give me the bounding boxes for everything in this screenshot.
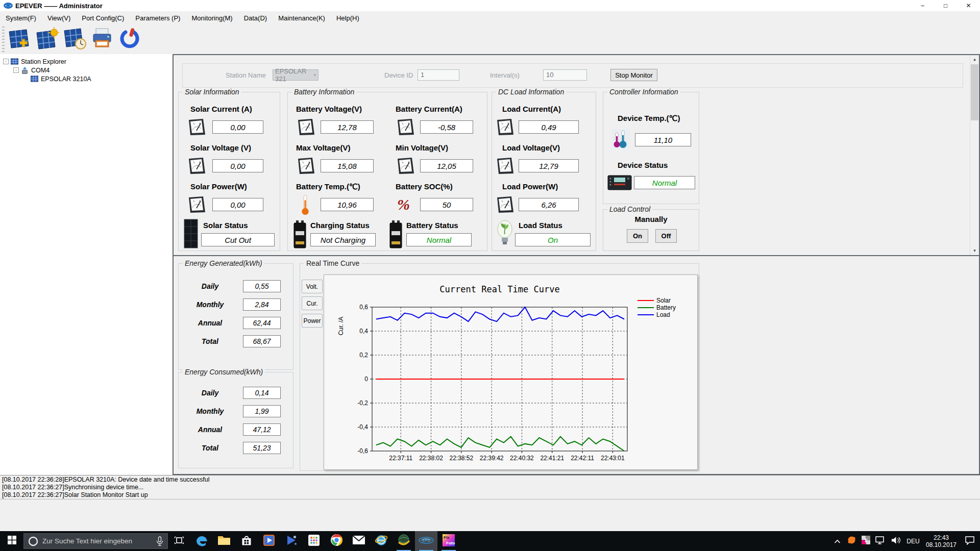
tray-expand-button[interactable] — [830, 531, 844, 551]
mail-taskbar-button[interactable] — [348, 531, 370, 551]
menu-monitoring[interactable]: Monitoring(M) — [186, 11, 238, 24]
interval-label: Interval(s) — [490, 71, 520, 79]
add-station-icon — [7, 27, 32, 52]
telekom-tray-button[interactable]: T — [859, 531, 873, 551]
epever-taskbar-button[interactable]: EPS — [415, 531, 437, 551]
min-voltage-value: 12,05 — [420, 159, 473, 172]
tree-item-com4[interactable]: - COM4 — [13, 66, 50, 74]
tree-item-epsolar-3210a[interactable]: EPSOLAR 3210A — [31, 74, 91, 83]
controller-information-panel: Controller Information Device Temp.(℃) 1… — [603, 92, 699, 204]
device-temp-value: 11,10 — [635, 133, 691, 146]
battery-information-panel: Battery Information Battery Voltage(V) 1… — [287, 92, 487, 251]
load-on-button[interactable]: On — [627, 229, 648, 243]
daily-value: 0,14 — [243, 387, 281, 399]
station-monitor-button[interactable] — [34, 27, 60, 52]
meter-icon — [397, 157, 415, 175]
energy-generated-title: Energy Generated(kWh) — [183, 259, 264, 267]
controller-device-icon — [607, 175, 632, 192]
solar-panel-status-icon — [184, 219, 198, 251]
menu-view[interactable]: View(V) — [42, 11, 76, 24]
network-tray-button[interactable] — [873, 531, 888, 551]
close-button[interactable]: ✕ — [957, 0, 980, 11]
energy-consumed-panel: Energy Consumed(kWh) Daily 0,14 Monthly … — [178, 372, 293, 468]
monthly-value: 2,84 — [243, 298, 281, 311]
language-indicator[interactable]: DEU — [903, 531, 923, 551]
tab-cur[interactable]: Cur. — [302, 296, 323, 310]
task-view-button[interactable] — [168, 531, 190, 551]
taskbar: Zur Suche Text hier eingeben EPS FixFoto… — [0, 531, 980, 551]
menu-data[interactable]: Data(D) — [238, 11, 273, 24]
tree-item-station-explorer[interactable]: - Station Explorer — [3, 57, 66, 66]
tray-expand-icon — [834, 537, 841, 546]
internet-explorer-taskbar-button[interactable] — [370, 531, 393, 551]
battery-temp-value: 10,96 — [321, 198, 374, 211]
menu-help[interactable]: Help(H) — [331, 11, 365, 24]
total-value: 68,67 — [243, 335, 281, 347]
solar-voltage-label: Solar Voltage (V) — [190, 143, 251, 152]
vertical-scrollbar[interactable]: ▲ ▼ — [970, 55, 979, 255]
stop-monitor-button[interactable]: Stop Monitor — [610, 69, 657, 81]
toolbar-drag-handle[interactable] — [2, 27, 5, 52]
scrollbar-thumb[interactable] — [971, 64, 978, 120]
store-taskbar-button[interactable] — [235, 531, 258, 551]
menu-parameters[interactable]: Parameters (P) — [130, 11, 186, 24]
solar-panel-title: Solar Information — [183, 88, 241, 96]
battery-soc-label: Battery SOC(%) — [396, 182, 453, 191]
device-temp-label: Device Temp.(℃) — [618, 114, 680, 123]
action-center-button[interactable] — [960, 531, 980, 551]
meter-icon — [496, 157, 514, 175]
interval-input[interactable]: 10 — [543, 69, 587, 81]
daily-label: Daily — [186, 282, 234, 290]
exit-button[interactable] — [117, 27, 142, 52]
edge-taskbar-button[interactable] — [190, 531, 213, 551]
collapse-icon[interactable]: - — [3, 59, 9, 64]
print-button[interactable] — [89, 27, 115, 52]
clock-date: 08.10.2017 — [926, 541, 957, 548]
file-explorer-taskbar-button[interactable] — [213, 531, 235, 551]
globe-app-taskbar-button[interactable] — [393, 531, 415, 551]
menu-system[interactable]: System(F) — [0, 11, 42, 24]
add-station-button[interactable] — [7, 27, 32, 52]
load-off-button[interactable]: Off — [655, 229, 677, 243]
search-input[interactable]: Zur Suche Text hier eingeben — [23, 533, 168, 549]
energy-consumed-title: Energy Consumed(kWh) — [183, 368, 265, 376]
max-voltage-value: 15,08 — [321, 159, 374, 172]
battery-status-value: Normal — [406, 233, 472, 246]
minimize-button[interactable]: – — [911, 0, 934, 11]
clock[interactable]: 22:43 08.10.2017 — [923, 531, 960, 551]
load-voltage-label: Load Voltage(V) — [502, 143, 560, 152]
fixfoto-taskbar-button[interactable]: FixFoto — [437, 531, 460, 551]
load-control-title: Load Control — [607, 205, 652, 213]
maximize-button[interactable]: □ — [934, 0, 957, 11]
station-schedule-button[interactable] — [62, 27, 87, 52]
tab-volt[interactable]: Volt. — [302, 280, 323, 293]
tab-power[interactable]: Power — [302, 314, 323, 328]
scroll-down-icon[interactable]: ▼ — [970, 246, 979, 255]
video-player-taskbar-button[interactable] — [258, 531, 280, 551]
scroll-up-icon[interactable]: ▲ — [970, 55, 979, 64]
app-grid-taskbar-button[interactable] — [303, 531, 325, 551]
chrome-taskbar-button[interactable] — [325, 531, 348, 551]
meter-icon — [297, 157, 315, 175]
svg-text:T: T — [864, 537, 868, 543]
collapse-icon[interactable]: - — [13, 67, 19, 73]
avast-tray-button[interactable] — [844, 531, 859, 551]
station-name-select[interactable]: EPSOLAR 321 ▾ — [273, 69, 318, 81]
toolbar — [0, 24, 980, 55]
start-button[interactable] — [0, 531, 23, 551]
cortana-icon — [28, 536, 38, 546]
max-voltage-label: Max Voltage(V) — [296, 143, 350, 152]
microphone-icon — [156, 536, 163, 546]
dual-thermometer-icon — [611, 129, 630, 152]
media-play-taskbar-button[interactable] — [280, 531, 303, 551]
menu-port-config[interactable]: Port Config(C) — [76, 11, 130, 24]
svg-text:0,4: 0,4 — [359, 328, 368, 335]
svg-text:-0,4: -0,4 — [357, 423, 368, 431]
device-id-input[interactable]: 1 — [418, 69, 459, 81]
device-status-value: Normal — [634, 176, 695, 189]
file-explorer-icon — [217, 535, 231, 547]
solar-status-label: Solar Status — [203, 221, 248, 230]
clock-time: 22:43 — [926, 534, 957, 541]
volume-tray-button[interactable] — [888, 531, 903, 551]
menu-maintenance[interactable]: Maintenance(K) — [273, 11, 331, 24]
